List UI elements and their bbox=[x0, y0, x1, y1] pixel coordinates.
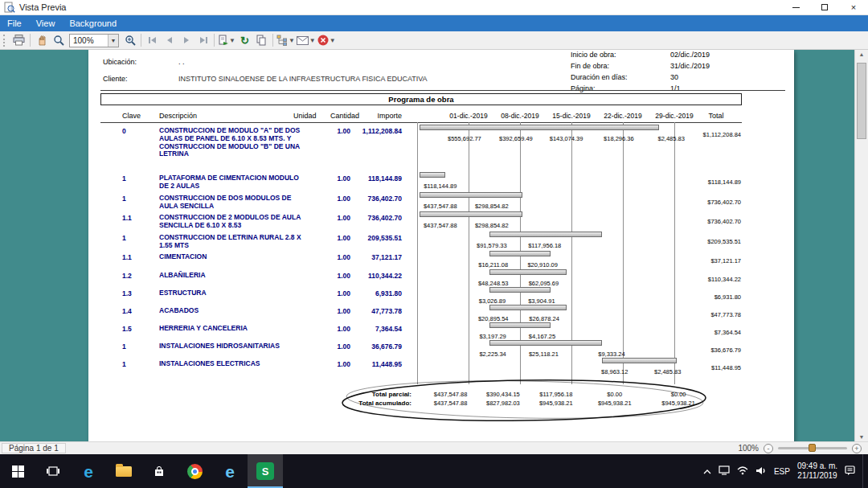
group-tree-button[interactable]: ▼ bbox=[276, 32, 296, 48]
pagina-value: 1/1 bbox=[670, 84, 681, 92]
zoom-slider[interactable] bbox=[778, 447, 847, 449]
week-amount: $2,485.83 bbox=[657, 135, 684, 142]
stop-icon bbox=[317, 35, 329, 46]
week-amount: $8,963.12 bbox=[601, 368, 628, 375]
week-amount: $18,296.36 bbox=[604, 135, 634, 142]
show-desktop-button[interactable] bbox=[862, 454, 866, 488]
export-button[interactable]: ▼ bbox=[217, 32, 236, 48]
statusbar-zoom-level: 100% bbox=[738, 444, 759, 453]
edge-icon: e bbox=[84, 463, 93, 480]
tray-clock[interactable]: 09:49 a. m. 21/11/2019 bbox=[797, 461, 837, 481]
row-clave: 1 bbox=[122, 174, 126, 182]
row-description: ACABADOS bbox=[159, 307, 302, 315]
taskbar-report-app[interactable]: S bbox=[248, 454, 283, 488]
next-page-button[interactable] bbox=[178, 32, 194, 48]
duracion-label: Duración en días: bbox=[571, 73, 628, 81]
tray-network-icon[interactable] bbox=[737, 466, 748, 477]
zoom-slider-thumb[interactable] bbox=[809, 444, 816, 452]
menu-file[interactable]: File bbox=[0, 15, 29, 31]
first-page-button[interactable] bbox=[144, 32, 161, 48]
close-preview-button[interactable]: ▼ bbox=[317, 32, 337, 48]
duracion-value: 30 bbox=[670, 73, 678, 81]
email-button[interactable]: ▼ bbox=[296, 32, 317, 48]
week-column-header: 01-dic.-2019 bbox=[449, 112, 487, 120]
zoom-percent-button[interactable] bbox=[121, 32, 138, 48]
week-amount: $2,225.34 bbox=[479, 351, 506, 358]
week-amount: $2,485.83 bbox=[654, 368, 681, 375]
tray-volume-icon[interactable] bbox=[755, 466, 767, 477]
app-preview-icon bbox=[4, 2, 15, 13]
zoom-in-button[interactable]: + bbox=[852, 444, 862, 453]
menu-background[interactable]: Background bbox=[62, 15, 124, 31]
row-description: CONSTRUCCION DE LETRINA RURAL 2.8 X 1.55… bbox=[159, 234, 302, 250]
total-parcial-value: $0.00 bbox=[607, 391, 622, 398]
gantt-bar bbox=[489, 251, 551, 256]
week-column-header: 15-dic.-2019 bbox=[552, 112, 590, 120]
last-page-button[interactable] bbox=[194, 32, 211, 48]
row-total: $7,364.54 bbox=[673, 329, 741, 336]
page-indicator: Página 1 de 1 bbox=[2, 443, 66, 453]
row-importe: 7,364.54 bbox=[341, 325, 402, 333]
total-acumulado-value: $945,938.21 bbox=[539, 400, 573, 407]
gantt-bar bbox=[420, 172, 445, 178]
row-clave: 1 bbox=[122, 360, 126, 368]
tray-chevron-up-icon[interactable] bbox=[703, 466, 711, 476]
week-amount: $26,878.24 bbox=[529, 315, 559, 322]
row-total: $736,402.70 bbox=[673, 218, 741, 225]
column-header-divider bbox=[100, 122, 742, 123]
taskbar-edge[interactable]: e bbox=[71, 454, 106, 488]
zoom-select[interactable]: 100% ▼ bbox=[69, 34, 119, 47]
taskbar-chrome[interactable] bbox=[177, 454, 212, 488]
tray-display-icon[interactable] bbox=[719, 465, 730, 477]
minimize-button[interactable] bbox=[781, 0, 810, 14]
total-acumulado-value: $827,982.03 bbox=[486, 400, 520, 407]
row-importe: 1,112,208.84 bbox=[341, 127, 402, 135]
total-acumulado-value: $945,938.21 bbox=[661, 400, 695, 407]
chart-gridline bbox=[417, 122, 418, 384]
task-view-button[interactable] bbox=[35, 454, 71, 488]
taskbar-internet-explorer[interactable]: e bbox=[212, 454, 248, 488]
row-description: INSTALACIONES ELECTRICAS bbox=[159, 360, 302, 368]
vertical-scrollbar[interactable]: ▲ ▼ bbox=[854, 50, 868, 441]
ubicacion-label: Ubicación: bbox=[103, 58, 137, 66]
refresh-button[interactable]: ↻ bbox=[236, 32, 253, 48]
cliente-value: INSTITUTO SINALOENSE DE LA INFRAESTRUCTU… bbox=[178, 75, 428, 83]
tray-time: 09:49 a. m. bbox=[797, 461, 837, 471]
week-column-header: 29-dic.-2019 bbox=[655, 112, 693, 120]
previous-page-button[interactable] bbox=[161, 32, 178, 48]
row-clave: 1 bbox=[122, 234, 126, 242]
start-button[interactable] bbox=[0, 454, 35, 488]
menu-view[interactable]: View bbox=[29, 15, 63, 31]
fin-obra-label: Fin de obra: bbox=[571, 62, 609, 70]
taskbar-file-explorer[interactable] bbox=[106, 454, 141, 488]
menu-bar: File View Background bbox=[0, 15, 868, 31]
zoom-tool-button[interactable] bbox=[50, 32, 67, 48]
refresh-icon: ↻ bbox=[240, 35, 249, 46]
chart-gridline bbox=[623, 122, 624, 384]
total-acumulado-label: Total acumulado: bbox=[330, 400, 411, 407]
scroll-down-icon[interactable]: ▼ bbox=[855, 434, 868, 440]
column-header-importe: Importe bbox=[354, 112, 402, 120]
inicio-obra-label: Inicio de obra: bbox=[571, 51, 616, 59]
scroll-up-icon[interactable]: ▲ bbox=[855, 51, 868, 57]
pan-tool-button[interactable] bbox=[33, 32, 50, 48]
print-button[interactable] bbox=[10, 32, 27, 48]
action-center-icon[interactable] bbox=[845, 465, 855, 478]
scrollbar-thumb[interactable] bbox=[857, 63, 866, 139]
tray-language[interactable]: ESP bbox=[774, 467, 790, 476]
tray-date: 21/11/2019 bbox=[797, 471, 837, 481]
maximize-button[interactable] bbox=[810, 0, 839, 14]
row-importe: 11,448.95 bbox=[341, 360, 402, 368]
row-description: ALBAÑILERIA bbox=[159, 272, 302, 280]
zoom-out-button[interactable]: - bbox=[764, 444, 773, 453]
taskbar-store[interactable] bbox=[141, 454, 177, 488]
copy-button[interactable] bbox=[253, 32, 270, 48]
column-header-descripcion: Descripción bbox=[159, 112, 197, 120]
chevron-down-icon[interactable]: ▼ bbox=[108, 35, 118, 47]
close-button[interactable]: × bbox=[839, 0, 868, 14]
pagina-label: Página: bbox=[571, 84, 596, 92]
report-title-box: Programa de obra bbox=[100, 93, 742, 105]
week-amount: $48,248.53 bbox=[478, 280, 509, 287]
row-description: PLATAFORMA DE CIMENTACION MODULO DE 2 AU… bbox=[159, 174, 302, 191]
task-view-icon bbox=[47, 466, 59, 476]
